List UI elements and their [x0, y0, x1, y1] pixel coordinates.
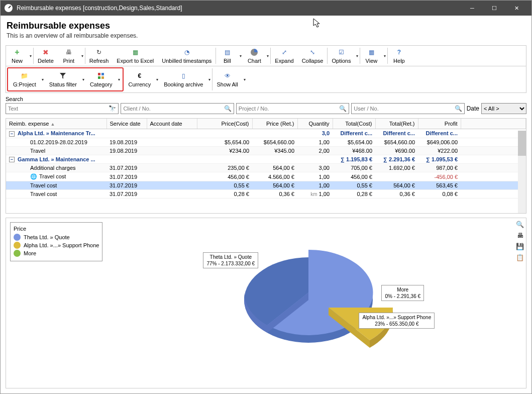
gproject-dropdown[interactable]: ▾	[40, 69, 45, 89]
search-client-input[interactable]	[123, 106, 224, 112]
help-button[interactable]: ?Help	[388, 46, 410, 66]
chart-save-button[interactable]: 💾	[516, 242, 524, 250]
maximize-button[interactable]: ☐	[483, 1, 505, 16]
legend-title: Price	[14, 226, 99, 232]
delete-button[interactable]: ✖Delete	[34, 46, 58, 66]
plus-icon: +	[13, 48, 22, 57]
new-button[interactable]: +New	[6, 46, 28, 66]
currency-icon: €	[135, 71, 144, 80]
close-button[interactable]: ✕	[505, 1, 527, 16]
new-dropdown[interactable]: ▾	[28, 46, 33, 66]
statusfilter-button[interactable]: Status filter	[45, 69, 81, 89]
archive-icon: ▯	[179, 71, 188, 80]
legend-item-more[interactable]: More	[14, 250, 99, 257]
currency-button[interactable]: €Currency	[125, 66, 155, 92]
col-price-cost[interactable]: Price(Cost)	[197, 119, 252, 129]
legend-swatch-blue	[14, 234, 21, 241]
col-account-date[interactable]: Account date	[147, 119, 197, 129]
refresh-button[interactable]: ↻Refresh	[85, 46, 113, 66]
bill-dropdown[interactable]: ▾	[238, 46, 243, 66]
print-icon: 🖶	[64, 48, 73, 57]
excel-icon: ▦	[131, 48, 140, 57]
booking-dropdown[interactable]: ▾	[207, 66, 212, 92]
export-button[interactable]: ▦Export to Excel	[113, 46, 158, 66]
binoculars-icon[interactable]: 🔭	[109, 105, 116, 112]
unbilled-button[interactable]: ◔Unbilled timestamps	[158, 46, 216, 66]
chart-button[interactable]: Chart	[243, 46, 265, 66]
chart-print-button[interactable]: 🖶	[516, 231, 524, 239]
col-total-ret[interactable]: Total(Ret.)	[375, 119, 418, 129]
category-icon	[96, 71, 105, 80]
view-dropdown[interactable]: ▾	[382, 46, 387, 66]
search-project-input[interactable]	[239, 106, 339, 112]
pie-label-theta: Theta Ltd. » Quote77% - 2.173.332,00 €	[203, 252, 258, 268]
app-icon	[5, 4, 13, 12]
date-select[interactable]: < All >	[481, 103, 526, 114]
view-button[interactable]: ▦View	[360, 46, 382, 66]
print-button[interactable]: 🖶Print	[58, 46, 80, 66]
vertical-scrollbar[interactable]	[518, 131, 526, 213]
search-icon[interactable]: 🔍	[339, 105, 347, 112]
table-row[interactable]: Travel cost31.07.20190,55 €564,00 €1,000…	[6, 181, 526, 190]
chart-zoom-button[interactable]: 🔍	[516, 220, 524, 228]
col-profit[interactable]: Profit	[418, 119, 461, 129]
currency-dropdown[interactable]: ▾	[155, 66, 160, 92]
options-button[interactable]: ☑Options	[328, 46, 355, 66]
globe-icon: 🌐	[30, 173, 37, 179]
table-row[interactable]: Travel19.08.2019¥234.00¥345.002,00¥468.0…	[6, 146, 526, 155]
col-total-cost[interactable]: Total(Cost)	[333, 119, 375, 129]
statusfilter-dropdown[interactable]: ▾	[81, 69, 86, 89]
view-icon: ▦	[367, 48, 376, 57]
refresh-icon: ↻	[94, 48, 103, 57]
table-header-row: Reimb. expense ▲ Service date Account da…	[6, 119, 526, 129]
search-icon[interactable]: 🔍	[455, 105, 462, 112]
svg-rect-3	[101, 76, 104, 79]
pie-chart[interactable]	[243, 240, 414, 372]
search-project-box[interactable]: 🔍	[236, 103, 349, 114]
category-button[interactable]: Category	[86, 69, 117, 89]
bill-button[interactable]: ▤Bill	[216, 46, 238, 66]
legend-item-theta[interactable]: Theta Ltd. » Quote	[14, 234, 99, 241]
options-dropdown[interactable]: ▾	[355, 46, 360, 66]
page-title: Reimbursable expenses	[7, 21, 525, 31]
svg-rect-1	[101, 73, 104, 75]
svg-rect-2	[98, 76, 100, 79]
table-row[interactable]: Additional charges31.07.2019235,00 €564,…	[6, 164, 526, 172]
table-row[interactable]: −Gamma Ltd. » Maintenance ...∑ 1.195,83 …	[6, 155, 526, 164]
showall-button[interactable]: 👁Show All	[212, 66, 242, 92]
showall-dropdown[interactable]: ▾	[242, 66, 247, 92]
col-expense[interactable]: Reimb. expense ▲	[6, 119, 107, 129]
col-quantity[interactable]: Quantity	[297, 119, 333, 129]
search-client-box[interactable]: 🔍	[121, 103, 234, 114]
col-service-date[interactable]: Service date	[107, 119, 147, 129]
svg-rect-0	[98, 73, 100, 75]
tree-collapse-icon[interactable]: −	[9, 157, 15, 162]
search-text-box[interactable]: 🔭	[6, 103, 119, 114]
collapse-button[interactable]: ⤡Collapse	[298, 46, 328, 66]
col-price-ret[interactable]: Price (Ret.)	[252, 119, 297, 129]
gproject-button[interactable]: 📁G:Project	[9, 69, 40, 89]
folder-icon: 📁	[20, 71, 29, 80]
table-row[interactable]: 🌐Travel cost31.07.2019456,00 €4.566,00 €…	[6, 172, 526, 181]
search-user-input[interactable]	[354, 106, 454, 112]
legend-item-alpha[interactable]: Alpha Ltd. »...» Support Phone	[14, 242, 99, 249]
chart-legend: Price Theta Ltd. » Quote Alpha Ltd. »...…	[10, 222, 102, 261]
legend-swatch-green	[14, 250, 21, 257]
minimize-button[interactable]: ─	[461, 1, 483, 16]
tree-collapse-icon[interactable]: −	[9, 131, 15, 137]
search-user-box[interactable]: 🔍	[351, 103, 464, 114]
filter-icon	[58, 71, 67, 80]
expand-button[interactable]: ⤢Expand	[271, 46, 297, 66]
expand-icon: ⤢	[280, 48, 289, 57]
search-icon[interactable]: 🔍	[224, 105, 232, 112]
category-dropdown[interactable]: ▾	[117, 69, 122, 89]
table-row[interactable]: 01.02.2019-28.02.201919.08.2019$5,654.00…	[6, 138, 526, 146]
print-dropdown[interactable]: ▾	[80, 46, 85, 66]
table-row[interactable]: −Alpha Ltd. » Maintenance Tr...3,0Differ…	[6, 129, 526, 138]
booking-button[interactable]: ▯Booking archive	[160, 66, 207, 92]
expense-grid[interactable]: Reimb. expense ▲ Service date Account da…	[6, 118, 526, 214]
table-row[interactable]: Travel cost31.07.20190,28 €0,36 €km 1,00…	[6, 190, 526, 199]
chart-dropdown[interactable]: ▾	[265, 46, 270, 66]
search-text-input[interactable]	[8, 106, 109, 112]
chart-copy-button[interactable]: 📋	[516, 253, 524, 261]
